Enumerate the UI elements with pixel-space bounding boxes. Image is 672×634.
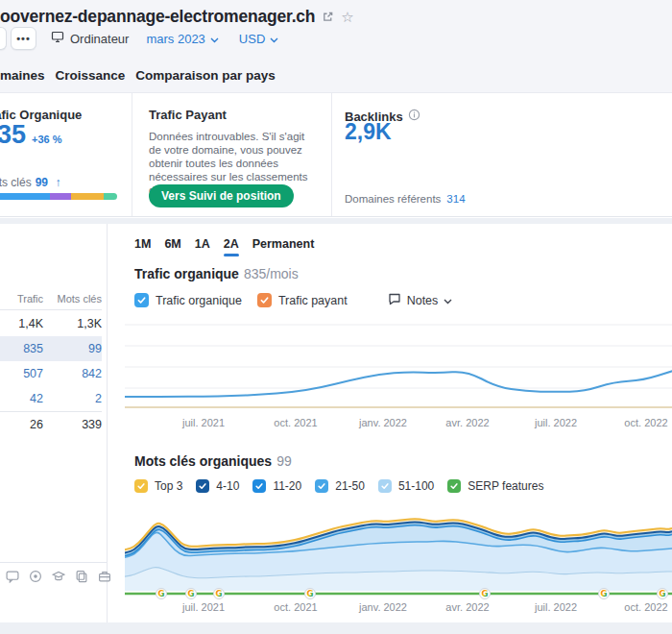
referring-domains-row: Domaines référents314 <box>345 193 466 205</box>
cell-trafic: 42 <box>0 392 43 405</box>
backlinks-card: Backlinks 2,9K Domaines référents314 <box>331 93 672 216</box>
backlinks-value[interactable]: 2,9K <box>345 119 392 145</box>
tab-domaines[interactable]: maines <box>0 68 45 83</box>
chat-icon[interactable] <box>6 570 19 583</box>
cell-trafic: 1,4K <box>0 317 43 330</box>
domain-overview-page: oovernez-depannage-electromenager.ch ☆ •… <box>0 0 672 634</box>
arrow-up-icon: ↑ <box>55 176 60 189</box>
table-row[interactable]: 26 339 <box>0 411 102 436</box>
info-icon[interactable] <box>408 108 420 125</box>
organic-traffic-value: 835 <box>0 120 26 150</box>
legend-label: 11-20 <box>273 479 301 493</box>
target-icon[interactable] <box>29 570 42 583</box>
checkbox-checked-icon <box>257 293 272 307</box>
table-row[interactable]: 1,4K 1,3K <box>0 311 102 336</box>
checkbox-checked-icon <box>134 479 148 493</box>
charts-panel: 1M 6M 1A 2A Permanent Trafic organique83… <box>125 224 672 622</box>
checkbox-checked-icon <box>134 293 149 307</box>
column-mots-cles: Mots clés <box>43 293 102 305</box>
legend-serp-features-checkbox[interactable]: SERP features <box>447 479 543 493</box>
tab-comparaison-par-pays[interactable]: Comparaison par pays <box>135 68 276 83</box>
cell-trafic: 26 <box>0 418 43 431</box>
side-footer-icons <box>6 570 111 583</box>
cropped-button-fragment[interactable] <box>0 27 7 50</box>
device-selector[interactable]: Ordinateur <box>51 31 129 46</box>
section-subtitle: 835/mois <box>244 266 299 281</box>
period-tabs: 1M 6M 1A 2A Permanent <box>134 237 314 256</box>
chevron-down-icon <box>210 32 219 46</box>
legend-top-3-checkbox[interactable]: Top 3 <box>134 479 182 493</box>
period-tab-1a[interactable]: 1A <box>195 237 210 256</box>
organic-traffic-chart[interactable] <box>125 322 672 418</box>
academy-icon[interactable] <box>52 570 65 583</box>
x-axis-label: oct. 2022 <box>624 601 667 613</box>
legend-21-50-checkbox[interactable]: 21-50 <box>315 479 365 493</box>
legend-trafic-payant-checkbox[interactable]: Trafic payant <box>257 293 348 307</box>
currency-select[interactable]: USD <box>239 32 278 46</box>
cell-mots-cles: 2 <box>43 392 102 405</box>
date-select[interactable]: mars 2023 <box>146 32 218 46</box>
legend-label: 4-10 <box>216 479 239 493</box>
favorite-star-icon[interactable]: ☆ <box>341 10 353 24</box>
svg-text:G: G <box>307 589 314 598</box>
svg-text:G: G <box>660 589 666 598</box>
svg-text:G: G <box>188 589 195 598</box>
tab-croissance[interactable]: Croissance <box>56 68 126 83</box>
cell-trafic: 507 <box>0 367 43 380</box>
period-tab-2a-active[interactable]: 2A <box>224 237 239 256</box>
chevron-down-icon <box>444 294 452 307</box>
section-title-text: Trafic organique <box>134 266 239 281</box>
chevron-down-icon <box>270 32 278 46</box>
briefcase-icon[interactable] <box>98 570 111 583</box>
legend-trafic-organique-checkbox[interactable]: Trafic organique <box>134 293 242 307</box>
legend-51-100-checkbox[interactable]: 51-100 <box>378 479 434 493</box>
cell-mots-cles: 1,3K <box>43 317 102 330</box>
checkbox-checked-icon <box>196 479 209 493</box>
more-button[interactable]: ••• <box>11 27 36 50</box>
report-tabs: maines Croissance Comparaison par pays <box>0 68 276 83</box>
distribution-segment <box>50 193 71 200</box>
section-subtitle: 99 <box>276 453 292 469</box>
referring-domains-value[interactable]: 314 <box>446 193 465 205</box>
organic-keywords-chart[interactable]: GGGGGGG <box>125 507 672 603</box>
side-table-rows: 1,4K 1,3K 835 99 507 842 42 2 26 339 <box>0 311 102 436</box>
cell-trafic: 835 <box>0 342 43 355</box>
checkbox-checked-icon <box>252 479 266 493</box>
svg-text:G: G <box>216 589 223 598</box>
cell-mots-cles: 842 <box>43 367 102 380</box>
keywords-value[interactable]: 99 <box>36 176 48 189</box>
legend-4-10-checkbox[interactable]: 4-10 <box>196 479 239 493</box>
section-title-text: Mots clés organiques <box>134 453 272 469</box>
x-axis-label: avr. 2022 <box>445 417 489 428</box>
table-row-selected[interactable]: 835 99 <box>0 336 102 361</box>
legend-11-20-checkbox[interactable]: 11-20 <box>252 479 301 493</box>
side-table-header: Trafic Mots clés <box>0 287 102 310</box>
organic-traffic-section-title: Trafic organique835/mois <box>134 266 299 281</box>
x-axis-label: oct. 2021 <box>274 417 317 428</box>
x-axis-label: avr. 2022 <box>445 601 489 613</box>
device-label: Ordinateur <box>70 32 129 46</box>
kpi-cards: Trafic Organique 835 +36 % Mots clés99 ↑… <box>0 92 672 217</box>
news-icon[interactable] <box>75 570 88 583</box>
period-tab-6m[interactable]: 6M <box>164 237 180 256</box>
monitor-icon <box>51 31 64 46</box>
table-row[interactable]: 42 2 <box>0 386 102 411</box>
position-tracking-button[interactable]: Vers Suivi de position <box>149 184 294 207</box>
checkbox-checked-icon <box>315 479 328 493</box>
period-tab-permanent[interactable]: Permanent <box>252 237 315 256</box>
page-title: oovernez-depannage-electromenager.ch <box>0 7 315 27</box>
svg-text:G: G <box>601 589 608 598</box>
checkbox-checked-icon <box>447 479 461 493</box>
note-bubble-icon <box>388 292 401 308</box>
period-tab-1m[interactable]: 1M <box>134 237 151 256</box>
x-axis-label: juil. 2022 <box>535 601 577 613</box>
external-link-icon[interactable] <box>322 11 334 23</box>
notes-dropdown[interactable]: Notes <box>388 292 453 308</box>
legend-label: Trafic payant <box>278 294 348 307</box>
x-axis-label: janv. 2022 <box>359 417 407 428</box>
legend-label: SERP features <box>468 479 543 493</box>
table-row[interactable]: 507 842 <box>0 361 102 386</box>
keyword-distribution-bar <box>0 193 117 200</box>
countries-side-panel: Trafic Mots clés 1,4K 1,3K 835 99 507 84… <box>0 224 108 622</box>
legend-label: Trafic organique <box>156 294 242 307</box>
